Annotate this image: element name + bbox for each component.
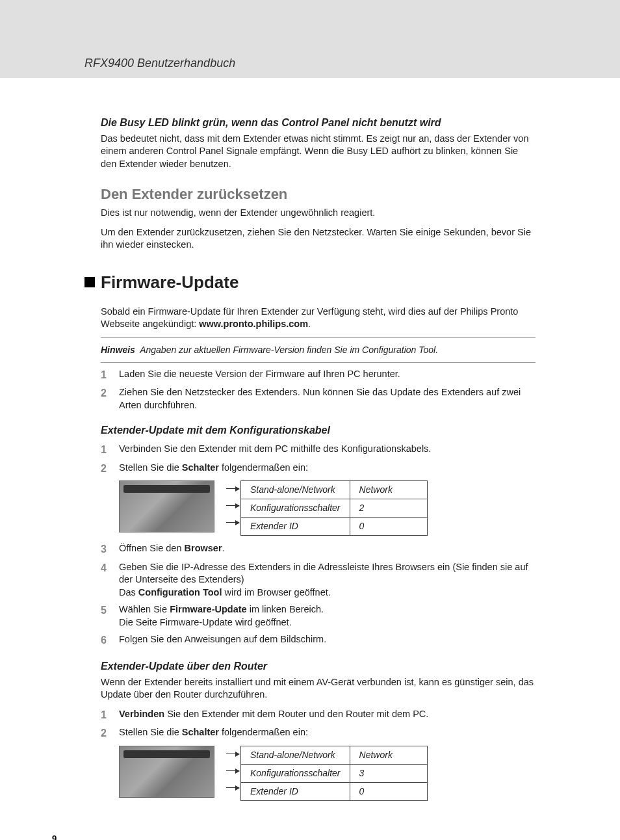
step-text: Verbinden Sie den Extender mit dem Route… xyxy=(119,708,536,722)
page-content: Die Busy LED blinkt grün, wenn das Contr… xyxy=(0,78,620,833)
cable-switch-figure: Stand-alone/Network Network Konfiguratio… xyxy=(119,480,536,536)
page-footer: 9 xyxy=(0,833,620,840)
text: Geben Sie die IP-Adresse des Extenders i… xyxy=(119,562,528,585)
extender-switch-illustration xyxy=(119,480,214,532)
switch-name: Konfigurationsschalter xyxy=(241,499,350,518)
step-number: 2 xyxy=(101,386,119,412)
list-item: 3 Öffnen Sie den Browser. xyxy=(101,542,536,557)
step-number: 2 xyxy=(101,462,119,476)
section-marker-icon xyxy=(84,277,95,287)
arrow-icon xyxy=(226,770,239,771)
text-bold: Schalter xyxy=(182,727,219,737)
cable-steps-cont: 3 Öffnen Sie den Browser. 4 Geben Sie di… xyxy=(101,542,536,648)
step-number: 3 xyxy=(101,542,119,557)
cable-switch-table: Stand-alone/Network Network Konfiguratio… xyxy=(240,480,428,536)
step-number: 1 xyxy=(101,368,119,382)
switch-name: Stand-alone/Network xyxy=(241,481,350,499)
table-row: Stand-alone/Network Network xyxy=(241,481,428,499)
text: folgendermaßen ein: xyxy=(219,462,308,473)
list-item: 2 Ziehen Sie den Netzstecker des Extende… xyxy=(101,386,536,412)
divider xyxy=(101,362,536,363)
switch-name: Extender ID xyxy=(241,518,350,536)
page-number: 9 xyxy=(52,833,57,840)
page-header: RFX9400 Benutzerhandbuch xyxy=(0,0,620,78)
text-bold: Configuration Tool xyxy=(138,587,222,597)
text: Die Seite Firmware-Update wird geöffnet. xyxy=(119,617,292,627)
router-switch-figure: Stand-alone/Network Network Konfiguratio… xyxy=(119,746,536,801)
list-item: 2 Stellen Sie die Schalter folgendermaße… xyxy=(101,726,536,741)
text: Das xyxy=(119,587,138,597)
firmware-intro-suffix: . xyxy=(308,319,311,329)
step-number: 6 xyxy=(101,633,119,648)
step-text: Verbinden Sie den Extender mit dem PC mi… xyxy=(119,443,536,457)
switch-value: 2 xyxy=(350,499,427,518)
step-text: Ziehen Sie den Netzstecker des Extenders… xyxy=(119,386,536,412)
text: Wählen Sie xyxy=(119,604,170,614)
note-label: Hinweis xyxy=(101,345,135,355)
extender-switch-illustration xyxy=(119,746,214,798)
step-number: 4 xyxy=(101,561,119,599)
switch-name: Stand-alone/Network xyxy=(241,746,350,764)
text-bold: Verbinden xyxy=(119,709,164,719)
note-text: Angaben zur aktuellen Firmware-Version f… xyxy=(140,345,438,355)
router-heading: Extender-Update über den Router xyxy=(101,659,536,674)
arrow-icon xyxy=(226,522,239,523)
divider xyxy=(101,337,536,338)
text: Stellen Sie die xyxy=(119,727,182,737)
text-bold: Firmware-Update xyxy=(170,604,246,614)
list-item: 2 Stellen Sie die Schalter folgendermaße… xyxy=(101,462,536,476)
step-number: 1 xyxy=(101,443,119,457)
text-bold: Browser xyxy=(185,543,222,553)
cable-steps: 1 Verbinden Sie den Extender mit dem PC … xyxy=(101,443,536,475)
busy-led-body: Das bedeutet nicht, dass mit dem Extende… xyxy=(101,133,536,171)
text: Öffnen Sie den xyxy=(119,543,185,553)
text: . xyxy=(222,543,225,553)
step-text: Öffnen Sie den Browser. xyxy=(119,542,536,557)
switch-name: Extender ID xyxy=(241,782,350,800)
busy-led-heading: Die Busy LED blinkt grün, wenn das Contr… xyxy=(101,116,536,130)
table-row: Stand-alone/Network Network xyxy=(241,746,428,764)
reset-heading: Den Extender zurücksetzen xyxy=(101,185,536,204)
step-text: Stellen Sie die Schalter folgendermaßen … xyxy=(119,462,536,476)
text: Sie den Extender mit dem Router und den … xyxy=(164,709,428,719)
cable-heading: Extender-Update mit dem Konfigurationska… xyxy=(101,423,536,438)
step-text: Folgen Sie den Anweisungen auf dem Bilds… xyxy=(119,633,536,648)
firmware-prep-steps: 1 Laden Sie die neueste Version der Firm… xyxy=(101,368,536,412)
step-number: 2 xyxy=(101,726,119,741)
arrow-icon xyxy=(226,754,239,754)
arrow-icon xyxy=(226,505,239,506)
text: wird im Browser geöffnet. xyxy=(222,587,330,597)
router-steps: 1 Verbinden Sie den Extender mit dem Rou… xyxy=(101,708,536,741)
text-bold: Schalter xyxy=(182,462,219,473)
text: folgendermaßen ein: xyxy=(219,727,308,737)
step-text: Stellen Sie die Schalter folgendermaßen … xyxy=(119,726,536,741)
text: im linken Bereich. xyxy=(247,604,324,614)
switch-value: Network xyxy=(350,746,427,764)
firmware-heading: Firmware-Update xyxy=(101,271,239,294)
reset-para-1: Dies ist nur notwendig, wenn der Extende… xyxy=(101,207,536,220)
step-text: Laden Sie die neueste Version der Firmwa… xyxy=(119,368,536,382)
firmware-heading-row: Firmware-Update xyxy=(84,271,536,294)
switch-value: 0 xyxy=(350,782,427,800)
arrows xyxy=(226,480,240,536)
arrow-icon xyxy=(226,488,239,489)
text: Stellen Sie die xyxy=(119,462,182,473)
switch-value: Network xyxy=(350,481,427,499)
list-item: 6 Folgen Sie den Anweisungen auf dem Bil… xyxy=(101,633,536,648)
step-text: Geben Sie die IP-Adresse des Extenders i… xyxy=(119,561,536,599)
arrow-icon xyxy=(226,787,239,788)
document-title: RFX9400 Benutzerhandbuch xyxy=(84,57,235,70)
step-text: Wählen Sie Firmware-Update im linken Ber… xyxy=(119,603,536,629)
router-switch-table: Stand-alone/Network Network Konfiguratio… xyxy=(240,746,428,801)
table-row: Konfigurationsschalter 3 xyxy=(241,764,428,782)
firmware-url: www.pronto.philips.com xyxy=(199,319,308,329)
switch-value: 0 xyxy=(350,518,427,536)
step-number: 1 xyxy=(101,708,119,722)
firmware-intro: Sobald ein Firmware-Update für Ihren Ext… xyxy=(101,306,536,331)
list-item: 1 Laden Sie die neueste Version der Firm… xyxy=(101,368,536,382)
list-item: 5 Wählen Sie Firmware-Update im linken B… xyxy=(101,603,536,629)
router-intro: Wenn der Extender bereits installiert un… xyxy=(101,676,536,702)
reset-para-2: Um den Extender zurückzusetzen, ziehen S… xyxy=(101,226,536,252)
table-row: Extender ID 0 xyxy=(241,518,428,536)
note-row: Hinweis Angaben zur aktuellen Firmware-V… xyxy=(101,342,536,358)
